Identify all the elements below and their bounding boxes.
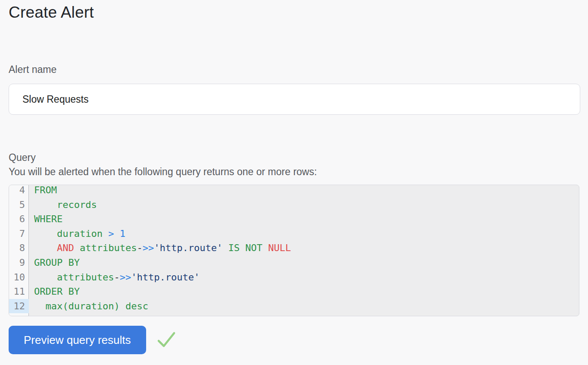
code-lines: 4FROM5 records6WHERE7 duration > 18 AND … <box>9 185 579 313</box>
line-number: 11 <box>9 284 29 299</box>
line-number: 5 <box>9 198 29 212</box>
code-line: 8 AND attributes->>'http.route' IS NOT N… <box>9 241 579 255</box>
code-line: 6WHERE <box>9 212 579 227</box>
line-number: 12 <box>9 299 29 314</box>
code-line: 7 duration > 1 <box>9 227 579 241</box>
sql-query-editor[interactable]: 4FROM5 records6WHERE7 duration > 18 AND … <box>9 185 579 316</box>
page-title: Create Alert <box>9 3 579 22</box>
line-number: 7 <box>9 227 29 241</box>
line-number: 4 <box>9 185 29 198</box>
code-text[interactable]: GROUP BY <box>29 255 80 270</box>
code-text[interactable]: duration > 1 <box>29 227 125 241</box>
code-line: 4FROM <box>9 185 579 198</box>
code-line: 11ORDER BY <box>9 284 579 299</box>
actions-row: Preview query results <box>9 326 579 354</box>
code-text[interactable]: attributes->>'http.route' <box>29 270 200 285</box>
create-alert-page: Create Alert Alert name Query You will b… <box>0 3 588 354</box>
query-description: You will be alerted when the following q… <box>9 166 579 178</box>
line-number: 9 <box>9 255 29 270</box>
code-text[interactable]: max(duration) desc <box>29 299 148 314</box>
code-line: 12 max(duration) desc <box>9 299 579 314</box>
code-line: 10 attributes->>'http.route' <box>9 270 579 285</box>
query-label: Query <box>9 152 579 164</box>
code-line: 9GROUP BY <box>9 255 579 270</box>
code-text[interactable]: WHERE <box>29 212 63 227</box>
alert-name-label: Alert name <box>9 64 579 76</box>
line-number: 6 <box>9 212 29 227</box>
query-valid-checkmark-icon <box>157 331 176 349</box>
code-text[interactable]: ORDER BY <box>29 284 80 299</box>
code-text[interactable]: records <box>29 198 97 212</box>
code-text[interactable]: AND attributes->>'http.route' IS NOT NUL… <box>29 241 291 255</box>
line-number: 8 <box>9 241 29 255</box>
preview-query-results-button[interactable]: Preview query results <box>9 326 146 354</box>
alert-name-input[interactable] <box>9 84 580 115</box>
line-number: 10 <box>9 270 29 285</box>
code-line: 5 records <box>9 198 579 212</box>
code-text[interactable]: FROM <box>29 185 57 198</box>
